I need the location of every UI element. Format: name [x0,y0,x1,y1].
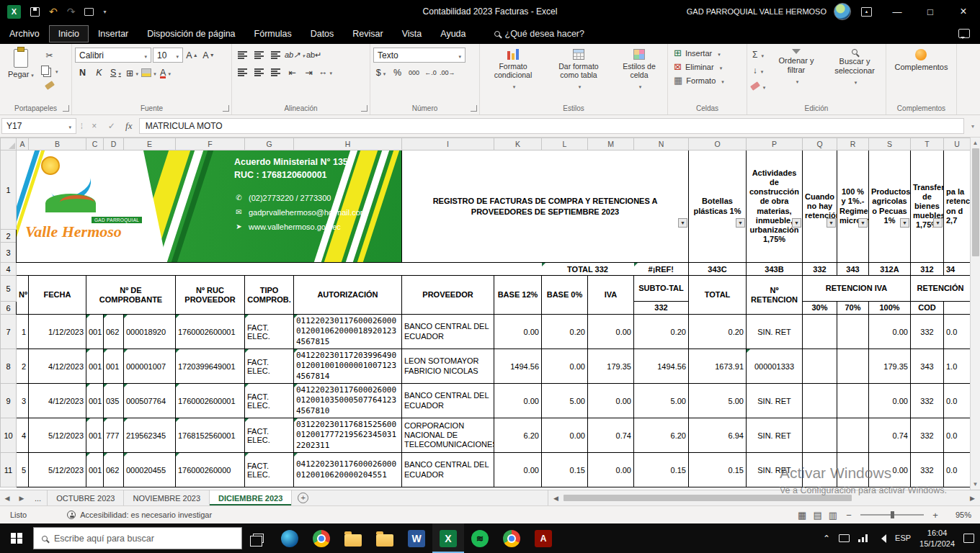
grid-cell[interactable]: 5.00 [689,384,747,418]
tax-header-o[interactable]: Botellas plásticas 1%▼ [689,150,747,263]
scroll-left-icon[interactable]: ◀ [550,495,562,502]
number-dialog-launcher[interactable] [471,105,477,112]
grid-cell[interactable]: 0.00 [869,315,911,349]
grid-cell[interactable]: 0.20 [634,315,689,349]
grid-cell[interactable]: 000018920 [124,315,176,349]
italic-button[interactable]: K [92,66,107,80]
column-header-n[interactable]: N [634,138,689,150]
format-as-table-button[interactable]: Dar formato como tabla [545,46,612,93]
grid-cell[interactable] [124,263,176,276]
grid-cell[interactable]: 0.00 [494,315,542,349]
column-header-s[interactable]: S [869,138,911,150]
account-name[interactable]: GAD PARROQUIAL VALLE HERMOSO [687,7,827,16]
tab-disposicion[interactable]: Disposición de página [138,25,244,42]
clear-button[interactable] [750,79,766,93]
maximize-button[interactable]: □ [914,0,947,23]
ribbon-display-options-icon[interactable]: ▴ [861,7,872,17]
header-base0[interactable]: BASE 0% [542,276,588,315]
total-332-cell[interactable]: TOTAL 332 [542,263,634,276]
touch-mode-icon[interactable] [84,8,94,16]
horizontal-scroll-thumb[interactable] [564,495,852,501]
grid-cell[interactable]: 219562345 [124,418,176,453]
grid-cell[interactable]: 343C [689,263,747,276]
grid-cell[interactable] [494,263,542,276]
filter-dropdown-icon[interactable]: ▼ [678,218,687,228]
taskbar-search[interactable]: Escribe aquí para buscar [33,527,242,549]
grid-cell[interactable]: 0.15 [542,453,588,487]
align-right-button[interactable] [268,65,283,79]
cut-button[interactable]: ✂ [41,48,58,62]
grid-cell[interactable]: 062 [104,315,124,349]
zoom-slider[interactable] [860,514,924,516]
header-332[interactable]: 332 [634,302,689,315]
grid-cell[interactable]: SIN. RET [747,453,803,487]
column-header-a[interactable]: A [17,138,29,150]
grid-cell[interactable]: 001 [86,315,104,349]
accounting-format-button[interactable]: $ [373,66,388,80]
header-cod[interactable]: COD [911,302,944,315]
header-100[interactable]: 100% [869,302,911,315]
grid-cell[interactable]: SIN. RET [747,418,803,453]
percent-style-button[interactable]: % [390,66,405,80]
column-header-m[interactable]: M [588,138,634,150]
name-box[interactable]: Y17 [1,118,76,134]
grid-cell[interactable]: 1/12/2023 [29,315,86,349]
grid-cell[interactable]: 000001007 [124,349,176,384]
grid-cell[interactable]: SIN. RET [747,384,803,418]
column-header-u[interactable]: U [944,138,971,150]
grid-cell[interactable]: FACT. ELEC. [245,349,294,384]
zoom-slider-thumb[interactable] [891,511,894,518]
grid-cell[interactable]: 332 [911,453,944,487]
header-retencion-iva[interactable]: RETENCION IVA [803,276,911,302]
conditional-formatting-button[interactable]: Formato condicional [483,46,543,93]
grid-cell[interactable] [837,349,869,384]
grid-cell[interactable]: 179.35 [869,349,911,384]
align-center-button[interactable] [251,65,267,79]
column-header-e[interactable]: E [124,138,176,150]
grid-cell[interactable]: 1760002600001 [176,384,245,418]
copy-button[interactable] [41,63,58,77]
grid-cell[interactable]: 4/12/2023 [29,384,86,418]
header-retencion[interactable]: RETENCIÓN [911,276,971,302]
grid-cell[interactable] [837,418,869,453]
page-layout-view-icon[interactable]: ▤ [813,511,821,520]
doc-title-cell[interactable]: REGISTRO DE FACTURAS DE COMPRA Y RETENCI… [402,150,689,263]
grid-cell[interactable]: 5.00 [542,384,588,418]
grid-cell[interactable]: 0.00 [588,315,634,349]
tab-datos[interactable]: Datos [301,25,344,42]
font-size-combo[interactable]: 10 [153,48,183,63]
grid-cell[interactable]: 3 [17,384,29,418]
avatar[interactable] [834,3,851,20]
autosum-button[interactable]: Σ [750,48,766,61]
fill-color-button[interactable] [141,66,156,80]
font-color-button[interactable]: A [158,66,173,80]
grid-cell[interactable]: 4/12/2023 [29,349,86,384]
find-select-button[interactable]: Buscar y seleccionar [827,46,883,89]
scroll-right-icon[interactable]: ▶ [966,495,979,502]
grid-cell[interactable]: 4 [17,418,29,453]
filter-dropdown-icon[interactable]: ▼ [858,218,868,228]
more-sheets-tab[interactable]: ... [29,490,48,505]
grid-cell[interactable] [17,263,29,276]
grid-cell[interactable]: FACT. ELEC. [245,453,294,487]
accessibility-status[interactable]: Accesibilidad: es necesario investigar [67,511,212,519]
action-center-icon[interactable] [963,534,974,543]
zoom-level[interactable]: 95% [947,511,971,519]
language-indicator[interactable]: ESP [895,534,911,543]
insert-cells-button[interactable]: ⊞Insertar [671,46,723,60]
grid-cell[interactable]: 0412202301176000260000120010620000204551 [294,453,402,487]
filter-dropdown-icon[interactable]: ▼ [827,218,836,228]
grid-cell[interactable]: 0.00 [494,384,542,418]
grid-cell[interactable]: BANCO CENTRAL DEL ECUADOR [402,315,494,349]
grid-cell[interactable]: 1760002600001 [176,315,245,349]
column-header-r[interactable]: R [837,138,869,150]
number-format-combo[interactable]: Texto [373,48,466,63]
redo-icon[interactable]: ↷ [67,6,76,17]
grid-cell[interactable]: 0.0 [944,384,971,418]
filter-dropdown-icon[interactable]: ▼ [736,218,745,228]
paste-button[interactable]: Pegar [3,46,39,82]
grid-cell[interactable]: 062 [104,453,124,487]
hidden-icons-chevron[interactable]: ⌃ [823,534,830,544]
grid-cell[interactable]: 0.15 [634,453,689,487]
header-subtotal[interactable]: SUBTO-TAL [634,276,689,302]
